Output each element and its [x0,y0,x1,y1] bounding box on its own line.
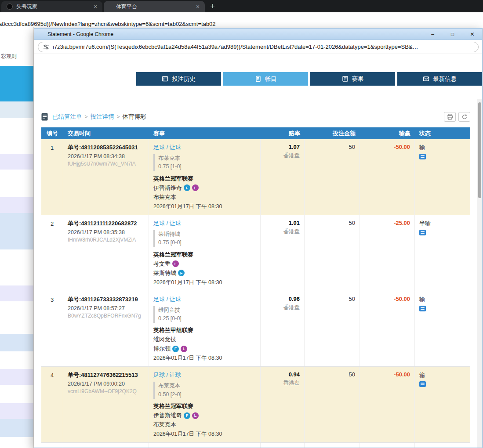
table-row: 5 单号:481146842369753218 2026/1/17 PM 10:… [41,443,470,448]
league-name: 英格兰冠军联赛 [153,175,256,183]
status-cell: 输 [415,139,470,215]
nav-results-button[interactable]: 赛果 [310,72,395,86]
maximize-button[interactable]: □ [443,29,462,40]
odds-cell: 1.08 香港盘 [261,443,305,448]
pick-team: 莱斯特城 [158,230,256,238]
odds-type: 香港盘 [265,228,300,235]
stake-amount: 50 [305,291,360,367]
nav-account-button[interactable]: 帐目 [223,72,308,86]
nav-latest-info-button[interactable]: 最新信息 [397,72,482,86]
sport-market-link[interactable]: 足球 / 让球 [153,296,181,303]
close-button[interactable]: ✕ [462,29,482,40]
team-name: 布莱克本 [153,193,256,201]
match-time: 2026年01月17日 下午 08:30 [153,203,256,210]
table-row: 1 单号:481120853522645031 2026/1/17 PM 08:… [41,139,470,215]
sport-market-link[interactable]: 足球 / 让球 [153,372,181,378]
breadcrumb-settled-bets-link[interactable]: 已结算注单 [52,113,82,121]
pick-team: 维冈竞技 [158,306,256,314]
bet-ref: IHmW8rh0RJCALd2XjVMZiA [68,237,144,243]
match-time: 2026年01月17日 下午 08:30 [153,279,256,286]
bet-history-icon [162,76,168,82]
minimize-button[interactable]: – [423,29,443,40]
column-header: 赔率 [261,127,305,139]
pick-block: 布莱克本 0.75 [1-0] [153,154,256,171]
odds-cell: 1.01 香港盘 [261,215,305,291]
popup-title-bar[interactable]: Statement - Google Chrome – □ ✕ [34,29,482,40]
pick-block: 莱斯特城 0.75 [0-0] [153,230,256,247]
row-number: 3 [41,291,63,367]
status-cell: 输 [415,291,470,367]
envelope-icon [423,76,429,82]
table-row: 3 单号:481126733332873219 2026/1/17 PM 08:… [41,291,470,367]
match-time: 2026年01月17日 下午 08:30 [153,354,256,362]
pick-block: 布莱克本 0.50 [2-0] [153,382,256,399]
popup-content: 投注历史 帐目 赛果 [34,54,482,448]
column-header: 交易时间 [63,127,149,139]
league-name: 英格兰冠军联赛 [153,402,256,410]
address-bar[interactable]: i7z3ia.bpvmr7u6.com/(S(Tesqedix6ebcbc9af… [38,42,479,52]
team-name: 考文垂L [153,260,256,268]
transaction-cell: 单号:481121111220682872 2026/1/17 PM 08:35… [63,215,149,291]
teams-list: 伊普斯维奇FL布莱克本 [153,184,256,201]
new-tab-button[interactable]: + [210,1,215,11]
f-badge-icon: F [184,412,190,419]
transaction-cell: 单号:481146842369753218 2026/1/17 PM 10:15… [63,443,149,448]
browser-tab-bar: 头号玩家 × 体育平台 × + [0,0,483,12]
f-badge-icon: F [184,184,190,191]
status-label: 半输 [419,220,466,228]
odds-cell: 0.94 香港盘 [261,367,305,442]
sport-market-link[interactable]: 足球 / 让球 [153,220,181,227]
sport-market-link[interactable]: 足球 / 让球 [153,144,181,151]
bet-table: 编号 交易时间 赛事 赔率 投注金额 输赢 状态 1 单号:4811208535… [41,127,470,448]
pick-line: 0.50 [2-0] [158,390,256,399]
refresh-button[interactable] [458,112,470,122]
table-row: 4 单号:481127476362215513 2026/1/17 PM 09:… [41,367,470,443]
breadcrumb-separator: > [85,114,88,120]
address-bar-row: i7z3ia.bpvmr7u6.com/(S(Tesqedix6ebcbc9af… [34,40,482,54]
tab-favicon-icon [7,4,13,10]
teams-list: 维冈竞技博尔顿FL [153,336,256,353]
team-name: 维冈竞技 [153,336,256,343]
row-number: 2 [41,215,63,291]
stake-amount: 50 [305,215,360,291]
nav-bet-history-button[interactable]: 投注历史 [136,72,221,86]
odds-type: 香港盘 [265,379,300,387]
bet-slip-icon[interactable] [419,230,426,237]
odds-cell: 0.96 香港盘 [261,291,305,367]
table-row: 2 单号:481121111220682872 2026/1/17 PM 08:… [41,215,470,291]
teams-list: 考文垂L莱斯特城F [153,260,256,277]
bet-slip-icon[interactable] [419,381,426,388]
event-cell: 足球 / 让球 维冈竞技 0.25 [0-0] 英格兰甲组联赛 维冈竞技博尔顿F… [149,291,261,367]
status-cell: 输 [415,367,470,442]
match-time: 2026年01月17日 下午 08:30 [153,430,256,438]
bet-time: 2026/1/17 PM 09:00:20 [68,381,144,387]
column-header: 投注金额 [305,127,360,139]
tab-close-icon[interactable]: × [194,3,201,10]
bet-time: 2026/1/17 PM 08:34:38 [68,153,144,159]
transaction-cell: 单号:481127476362215513 2026/1/17 PM 09:00… [63,367,149,442]
breadcrumb-bet-detail-link[interactable]: 投注详情 [91,113,114,121]
statement-doc-icon [41,113,48,121]
status-cell: 半输 [415,215,470,291]
background-sidebar: 彩规则 [0,27,34,448]
status-cell: 赢 [415,443,470,448]
scrollbar-track[interactable] [477,99,482,448]
stake-amount: 50 [305,139,360,215]
print-button[interactable] [444,112,456,122]
odds-value: 1.07 [265,144,300,150]
bet-time: 2026/1/17 PM 08:35:38 [68,229,144,235]
bet-id: 单号:481146842369753218 [68,447,144,448]
row-number: 4 [41,367,63,442]
browser-tab-2[interactable]: 体育平台 × [104,1,205,12]
browser-tab-1[interactable]: 头号玩家 × [1,1,102,12]
bet-slip-icon[interactable] [419,306,426,313]
odds-value: 1.01 [265,220,300,226]
statement-popup-window: Statement - Google Chrome – □ ✕ i7z3ia.b… [34,28,483,448]
f-badge-icon: F [172,346,179,352]
win-loss-amount: -25.00 [360,215,415,291]
bet-slip-icon[interactable] [419,154,426,161]
breadcrumb: 已结算注单 > 投注详情 > 体育博彩 [41,112,470,122]
row-number: 1 [41,139,63,215]
tab-close-icon[interactable]: × [92,3,99,10]
scrollbar-thumb[interactable] [478,102,481,198]
